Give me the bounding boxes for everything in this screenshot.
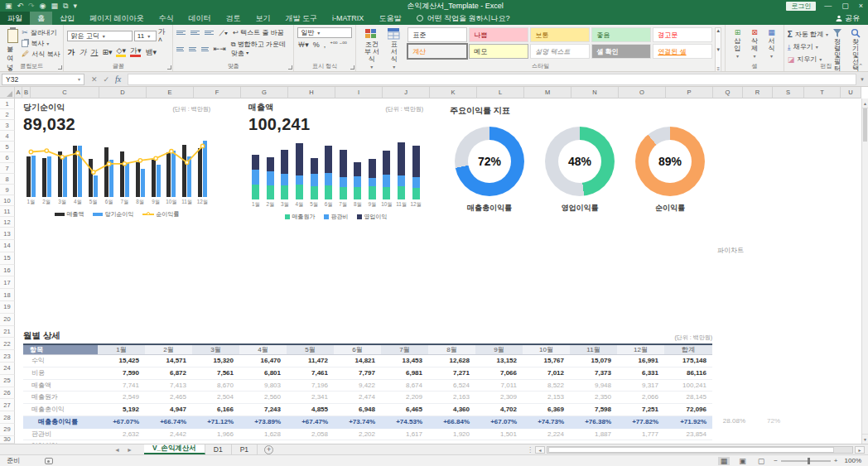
cell-value[interactable]: 7,011 [475, 380, 523, 392]
name-box[interactable]: Y32▾ [2, 74, 84, 85]
wrap-text-button[interactable]: ↩ 텍스트 줄 바꿈 [233, 28, 283, 37]
row-header-26[interactable]: 26 [0, 387, 15, 400]
column-header-J[interactable]: J [383, 87, 430, 98]
cell-value[interactable]: 9,317 [617, 380, 664, 392]
cell-value[interactable]: 23,854 [664, 429, 712, 441]
cell-value[interactable]: 15,320 [192, 355, 239, 368]
cell-value[interactable]: 7,066 [475, 368, 523, 380]
zoom-out-button[interactable]: − [774, 457, 778, 464]
align-right-icon[interactable] [201, 47, 209, 51]
cell-style-셀 확인[interactable]: 셀 확인 [591, 44, 651, 59]
row-header-18[interactable]: 18 [0, 289, 15, 301]
row-label[interactable]: 판관비 [23, 429, 98, 441]
cell-value[interactable]: +77.82% [617, 416, 664, 429]
number-format-select[interactable]: 일반▾ [297, 27, 352, 38]
cell-value[interactable]: 7,373 [570, 368, 617, 380]
cell-value[interactable]: 72,096 [664, 404, 712, 416]
net-income-chart[interactable]: 당기순이익 (단위 : 백만원) 89,032 1월2월3월4월5월6월7월8월… [23, 102, 210, 219]
cut-button[interactable]: 잘라내기 [22, 27, 60, 38]
number-dialog-launcher[interactable] [350, 65, 354, 70]
cell-value[interactable]: 28,145 [664, 392, 712, 404]
cell-value[interactable]: 12,628 [428, 355, 475, 368]
cell-value[interactable]: 2,202 [334, 429, 381, 441]
cell-value[interactable]: 7,590 [98, 368, 145, 380]
cell-value[interactable]: +66.84% [428, 416, 475, 429]
cell-value[interactable]: 6,465 [381, 404, 428, 416]
cell-value[interactable]: 15,079 [570, 355, 617, 368]
align-dialog-launcher[interactable] [288, 65, 292, 70]
row-header-28[interactable]: 28 [0, 411, 15, 424]
align-bottom-icon[interactable] [205, 31, 214, 35]
cell-value[interactable]: +67.07% [98, 416, 145, 429]
cell-value[interactable]: 2,632 [98, 429, 145, 441]
column-header-M[interactable]: M [524, 87, 571, 98]
row-header-20[interactable]: 20 [0, 314, 15, 326]
cell-value[interactable]: 7,797 [334, 368, 381, 380]
scroll-right-icon[interactable]: ► [855, 446, 865, 454]
cell-value[interactable]: 13,453 [381, 355, 428, 368]
row-header-10[interactable]: 10 [0, 195, 15, 206]
row-header-15[interactable]: 15 [0, 252, 15, 265]
cell-value[interactable]: 2,066 [617, 392, 664, 404]
cell-value[interactable]: +66.74% [145, 416, 192, 429]
cell-value[interactable]: 6,524 [428, 380, 475, 392]
table-header-4월[interactable]: 4월 [239, 345, 287, 355]
column-header-S[interactable]: S [773, 87, 804, 98]
sheet-tab-V_손익계산서[interactable]: V_손익계산서 [144, 444, 205, 454]
ribbon-tab-삽입[interactable]: 삽입 [52, 12, 82, 25]
grow-font-icon[interactable]: 가˄ [158, 27, 170, 44]
scroll-down-icon[interactable]: ▼ [862, 434, 868, 444]
cell-value[interactable]: 1,887 [570, 429, 617, 441]
cell-value[interactable]: 2,309 [475, 392, 523, 404]
bold-button[interactable]: 가 [67, 48, 75, 56]
ribbon-tab-i-MATRIX[interactable]: i-MATRIX [325, 12, 371, 25]
cell-value[interactable]: 5,192 [98, 404, 145, 416]
cell-value[interactable]: +67.47% [287, 416, 334, 429]
macro-record-icon[interactable] [45, 458, 53, 464]
table-header-10월[interactable]: 10월 [523, 345, 570, 355]
row-label[interactable]: 매출총이익 [23, 404, 98, 416]
column-header-Q[interactable]: Q [713, 87, 743, 98]
zoom-slider[interactable] [781, 460, 831, 462]
cell-value[interactable]: 7,243 [239, 404, 287, 416]
column-header-G[interactable]: G [241, 87, 288, 98]
decimal-buttons[interactable]: ⁺⁰⁰ ⁻⁰⁰ [330, 41, 347, 49]
ribbon-tab-홈[interactable]: 홈 [30, 12, 52, 25]
row-label[interactable]: 비용 [23, 368, 98, 380]
revenue-chart[interactable]: 매출액 (단위 : 백만원) 100,241 1월2월3월4월5월6월7월8월9… [248, 102, 423, 221]
column-header-K[interactable]: K [430, 87, 477, 98]
column-header-F[interactable]: F [194, 87, 241, 98]
cell-style-보통[interactable]: 보통 [530, 27, 590, 42]
column-header-A[interactable]: A [15, 87, 22, 98]
cell-value[interactable]: 2,350 [570, 392, 617, 404]
row-header-13[interactable]: 13 [0, 228, 15, 240]
row-header-17[interactable]: 17 [0, 276, 15, 289]
row-header-29[interactable]: 29 [0, 424, 15, 436]
enter-icon[interactable]: ✓ [104, 75, 110, 84]
cell-value[interactable]: 7,461 [287, 368, 334, 380]
ribbon-tab-수식[interactable]: 수식 [152, 12, 181, 25]
cell-value[interactable]: 1,628 [239, 429, 287, 441]
cell-style-나쁨[interactable]: 나쁨 [469, 27, 528, 42]
row-header-12[interactable]: 12 [0, 217, 15, 228]
cell-value[interactable]: 1,966 [192, 429, 239, 441]
cell-value[interactable]: 8,674 [381, 380, 428, 392]
column-header-I[interactable]: I [335, 87, 383, 98]
zoom-level[interactable]: 100% [845, 457, 861, 464]
row-header-11[interactable]: 11 [0, 206, 15, 217]
row-header-5[interactable]: 5 [0, 142, 15, 152]
row-header-16[interactable]: 16 [0, 265, 15, 277]
delete-cells-button[interactable]: ⊠ 삭제▾ [746, 27, 763, 61]
minimize-button[interactable]: — [824, 2, 832, 10]
collapse-ribbon-icon[interactable]: ⌃ [858, 63, 863, 70]
sheet-tab-P1[interactable]: P1 [232, 444, 258, 454]
tell-me-box[interactable]: 어떤 작업을 원하시나요? [417, 13, 509, 24]
comma-button[interactable]: , [324, 41, 326, 49]
cell-value[interactable]: 2,209 [381, 392, 428, 404]
ribbon-tab-검토[interactable]: 검토 [219, 12, 248, 25]
cell-value[interactable]: 2,153 [523, 392, 570, 404]
cell-style-좋음[interactable]: 좋음 [591, 27, 651, 42]
font-name-select[interactable]: 맑은 고딕▾ [67, 31, 132, 41]
cell-value[interactable]: 6,981 [381, 368, 428, 380]
cell-value[interactable]: +74.53% [381, 416, 428, 429]
